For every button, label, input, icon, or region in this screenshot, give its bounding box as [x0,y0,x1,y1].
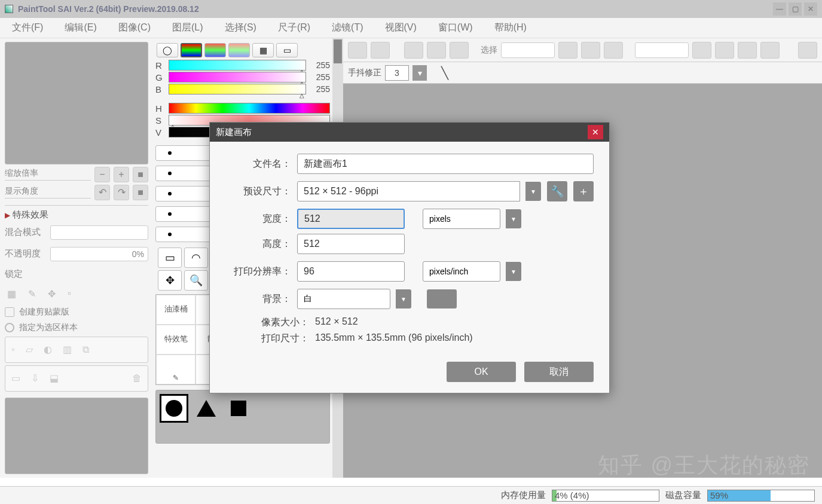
desel-button[interactable] [404,42,423,59]
flatten-icon[interactable]: ⬓ [50,372,59,384]
angle-reset[interactable]: ■ [133,185,148,200]
bg-caret-icon[interactable]: ▼ [396,289,411,308]
rot-cw-button[interactable] [715,42,734,59]
menu-edit[interactable]: 编辑(E) [65,22,96,34]
swatch-icon[interactable]: ▦ [252,43,274,57]
dpi-unit-dropdown[interactable]: pixels/inch [423,261,500,282]
height-input[interactable]: 512 [297,234,405,254]
layer-buttons-2: ▭ ⇩ ⬓ 🗑 [5,365,148,392]
bg-dropdown[interactable]: 白 [297,289,390,309]
clear-icon[interactable]: ▭ [11,372,20,384]
unit-dropdown[interactable]: pixels [423,209,500,229]
stabilizer-dropdown[interactable]: ▾ [412,65,427,81]
minimize-button[interactable]: — [773,2,786,16]
zoom-minus[interactable]: − [94,167,110,182]
menu-filter[interactable]: 滤镜(T) [332,22,363,34]
delete-icon[interactable]: 🗑 [132,373,142,384]
menu-view[interactable]: 视图(V) [385,22,417,34]
menu-ruler[interactable]: 尺子(R) [278,22,310,34]
rot-reset-button[interactable] [738,42,757,59]
g-slider[interactable]: △ [169,72,306,83]
shape-circle[interactable] [160,394,188,423]
lasso-tool[interactable]: ◠ [184,248,208,268]
angle-input[interactable] [635,42,689,58]
redo-button[interactable] [371,42,390,59]
menu-bar: 文件(F) 编辑(E) 图像(C) 图层(L) 选择(S) 尺子(R) 滤镜(T… [0,18,822,38]
zoom-plus[interactable]: + [114,167,129,182]
menu-window[interactable]: 窗口(W) [438,22,473,34]
colorwheel-icon[interactable]: ◯ [157,43,178,57]
preset-dropdown[interactable]: 512 × 512 - 96ppi [297,181,520,201]
lock-pixels-icon[interactable]: ✎ [28,288,36,300]
navigator[interactable] [5,42,148,164]
rgb-mode-icon[interactable] [181,43,202,57]
dialog-close-button[interactable]: ✕ [588,125,603,139]
hsv-mode-icon[interactable] [204,43,226,57]
panel-tab-1[interactable] [334,39,342,63]
dpi-unit-caret-icon[interactable]: ▼ [506,262,521,281]
preset-edit-button[interactable]: 🔧 [547,181,567,201]
r-slider[interactable]: △ [169,60,306,71]
menu-image[interactable]: 图像(C) [118,22,151,34]
preset-add-button[interactable]: ＋ [573,181,594,201]
rot-ccw-button[interactable] [692,42,711,59]
angle-ccw[interactable]: ↶ [94,185,110,200]
b-slider[interactable]: △ [169,84,306,94]
fxpen-tool[interactable]: 特效笔 [156,325,195,355]
lock-move-icon[interactable]: ✥ [48,288,56,300]
zoom-fit-button[interactable] [604,42,623,59]
bucket-tool[interactable]: 油漆桶 [156,295,195,325]
maximize-button[interactable]: ▢ [789,2,802,16]
ok-button[interactable]: OK [447,362,516,382]
line-icon[interactable]: ╲ [441,66,448,80]
dup-icon[interactable]: ⧉ [82,344,89,355]
menu-layer[interactable]: 图层(L) [172,22,203,34]
bg-color-swatch[interactable] [427,289,457,308]
new-layer-icon[interactable]: ▫ [11,344,15,355]
width-input[interactable]: 512 [297,209,405,229]
zoom-tool[interactable]: 🔍 [184,270,208,291]
menu-help[interactable]: 帮助(H) [494,22,527,34]
palette-icon[interactable] [228,43,250,57]
preset-caret-icon[interactable]: ▼ [525,182,541,201]
transfer-icon[interactable]: ⇩ [31,372,39,384]
marquee-tool[interactable]: ▭ [158,248,182,268]
filename-input[interactable]: 新建画布1 [297,154,594,174]
mask-icon[interactable]: ◐ [44,344,52,355]
zoom-out-button[interactable] [558,42,577,59]
fx-header[interactable]: ▶特殊效果 [5,209,148,221]
zoom-in-button[interactable] [581,42,600,59]
new-group-icon[interactable]: ▱ [26,344,33,355]
menu-file[interactable]: 文件(F) [12,22,43,34]
lock-all-icon[interactable]: ▦ [7,288,16,300]
unit-caret-icon[interactable]: ▼ [506,209,521,228]
stabilizer-label: 手抖修正 [348,68,381,78]
cancel-button[interactable]: 取消 [524,362,594,382]
swap-button[interactable] [798,42,817,59]
dpi-input[interactable]: 96 [297,261,405,282]
hide-sel-button[interactable] [450,42,469,59]
move-tool[interactable]: ✥ [158,270,182,291]
h-slider[interactable] [169,103,330,114]
angle-cw[interactable]: ↷ [114,185,129,200]
layer-list[interactable] [5,398,148,474]
selection-source-radio[interactable]: 指定为选区样本 [5,321,148,334]
shape-triangle[interactable] [192,394,221,423]
zoom-input[interactable] [501,42,555,58]
dialog-title-bar[interactable]: 新建画布 ✕ [210,123,609,142]
close-button[interactable]: ✕ [804,2,817,16]
invert-button[interactable] [427,42,446,59]
merge-icon[interactable]: ▥ [63,344,72,355]
lock-blank-icon[interactable]: ▫ [68,288,71,300]
zoom-reset[interactable]: ■ [133,167,148,182]
scratch-icon[interactable]: ▭ [276,43,298,57]
opacity-field[interactable]: 0% [50,247,148,261]
undo-button[interactable] [348,42,367,59]
clip-mask-checkbox[interactable]: 创建剪贴蒙版 [5,306,148,319]
blend-dropdown[interactable] [50,225,148,240]
shape-square[interactable] [224,394,253,423]
brush-cell-9[interactable]: ✎ [156,355,195,384]
flip-button[interactable] [760,42,780,59]
menu-select[interactable]: 选择(S) [225,22,256,34]
printsize-value: 135.5mm × 135.5mm (96 pixels/inch) [315,332,473,345]
